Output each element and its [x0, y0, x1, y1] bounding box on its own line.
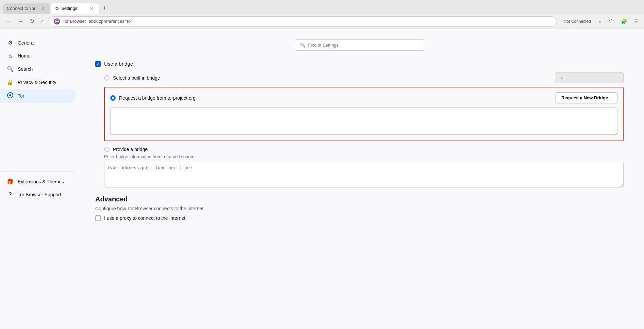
svg-point-1: [56, 20, 57, 22]
address-url: about:preferences#tor: [89, 19, 132, 24]
connection-status: Not Connected: [561, 18, 594, 25]
back-button[interactable]: ←: [3, 16, 14, 27]
provide-bridge-option[interactable]: Provide a bridge: [104, 147, 624, 152]
page: ⚙ General ⌂ Home 🔍 Search 🔒 Privacy & Se…: [0, 29, 644, 329]
sidebar-bottom: 🎁 Extensions & Themes ? Tor Browser Supp…: [0, 171, 75, 201]
tab-bar: Connect to Tor ✕ ⚙ Settings ✕ +: [0, 0, 644, 14]
tab-settings-label: Settings: [61, 6, 77, 11]
home-button[interactable]: ⌂: [38, 16, 47, 27]
use-bridge-checkbox[interactable]: ✓: [95, 61, 101, 67]
sidebar-item-search-label: Search: [18, 66, 33, 72]
reload-button[interactable]: ↻: [27, 16, 37, 27]
use-bridge-row: ✓ Use a bridge: [95, 61, 624, 67]
find-in-settings-input[interactable]: [308, 43, 419, 48]
home-icon: ⌂: [7, 53, 14, 59]
toolbar-right: Not Connected ☆ 🛡 🧩 ☰: [561, 16, 641, 27]
sidebar-item-extensions-themes[interactable]: 🎁 Extensions & Themes: [0, 175, 75, 188]
sidebar: ⚙ General ⌂ Home 🔍 Search 🔒 Privacy & Se…: [0, 29, 75, 329]
provide-bridge-label: Provide a bridge: [113, 147, 148, 152]
request-bridge-textarea[interactable]: [110, 108, 617, 135]
extensions-button[interactable]: 🧩: [618, 16, 630, 27]
tab-connect-to-tor-close[interactable]: ✕: [40, 5, 46, 12]
request-bridge-label: Request a bridge from torproject.org: [119, 95, 196, 101]
svg-point-3: [9, 94, 11, 96]
sidebar-item-privacy-security[interactable]: 🔒 Privacy & Security: [0, 76, 75, 89]
sidebar-item-privacy-label: Privacy & Security: [18, 80, 56, 85]
builtin-bridge-dropdown[interactable]: ∨: [556, 72, 624, 83]
tor-brand-icon: [54, 18, 60, 24]
tab-connect-to-tor[interactable]: Connect to Tor ✕: [3, 3, 50, 14]
sidebar-item-general-label: General: [18, 40, 35, 46]
provide-bridge-description: Enter bridge information from a trusted …: [104, 154, 624, 159]
tor-icon: [7, 92, 14, 100]
advanced-title: Advanced: [95, 195, 624, 203]
sidebar-item-search[interactable]: 🔍 Search: [0, 62, 75, 76]
dropdown-arrow-icon: ∨: [560, 75, 563, 80]
tab-connect-to-tor-label: Connect to Tor: [7, 6, 35, 11]
sidebar-item-tor[interactable]: Tor: [0, 89, 75, 103]
proxy-checkbox-row: I use a proxy to connect to the Internet: [95, 215, 624, 221]
request-bridge-inner: Request a bridge from torproject.org Req…: [110, 92, 617, 103]
shield-button[interactable]: 🛡: [606, 16, 617, 26]
tab-settings[interactable]: ⚙ Settings ✕: [51, 3, 99, 14]
extensions-icon: 🎁: [7, 178, 14, 185]
address-bar[interactable]: Tor Browser about:preferences#tor: [49, 16, 557, 27]
find-in-settings-icon: 🔍: [300, 43, 306, 48]
bookmark-button[interactable]: ☆: [595, 16, 605, 27]
menu-button[interactable]: ☰: [631, 16, 641, 27]
toolbar: ← → ↻ ⌂ Tor Browser about:preferences#to…: [0, 14, 644, 29]
provide-bridge-section: Provide a bridge Enter bridge informatio…: [104, 147, 624, 188]
sidebar-item-tor-support[interactable]: ? Tor Browser Support: [0, 188, 75, 201]
forward-button[interactable]: →: [15, 16, 26, 27]
sidebar-item-extensions-label: Extensions & Themes: [18, 179, 64, 184]
request-new-bridge-button[interactable]: Request a New Bridge...: [556, 92, 617, 103]
new-tab-button[interactable]: +: [99, 3, 110, 14]
use-bridge-label: Use a bridge: [104, 61, 133, 67]
sidebar-item-home[interactable]: ⌂ Home: [0, 49, 75, 62]
sidebar-item-tor-support-label: Tor Browser Support: [18, 192, 61, 197]
select-builtin-option[interactable]: Select a built-in bridge ∨: [104, 72, 624, 83]
lock-icon: 🔒: [7, 79, 14, 85]
sidebar-item-home-label: Home: [18, 53, 30, 59]
sidebar-item-general[interactable]: ⚙ General: [0, 36, 75, 49]
provide-bridge-textarea[interactable]: [104, 162, 624, 187]
browser-chrome: Connect to Tor ✕ ⚙ Settings ✕ + ← → ↻ ⌂ …: [0, 0, 644, 29]
sidebar-item-tor-label: Tor: [18, 93, 24, 99]
advanced-section: Advanced Configure how Tor Browser conne…: [95, 195, 624, 221]
request-bridge-radio[interactable]: [110, 95, 116, 101]
tab-settings-close[interactable]: ✕: [88, 5, 95, 12]
search-bar[interactable]: 🔍: [295, 39, 424, 51]
main-content: 🔍 ✓ Use a bridge Select a built-in bridg…: [75, 29, 644, 329]
select-builtin-radio[interactable]: [104, 75, 110, 81]
search-bar-container: 🔍: [95, 39, 624, 51]
provide-bridge-radio[interactable]: [104, 147, 110, 152]
select-builtin-label: Select a built-in bridge: [113, 75, 160, 81]
address-brand: Tor Browser: [63, 19, 86, 24]
question-icon: ?: [7, 192, 14, 198]
proxy-label: I use a proxy to connect to the Internet: [104, 215, 185, 221]
search-icon: 🔍: [7, 66, 14, 72]
settings-gear-icon: ⚙: [55, 6, 59, 11]
request-bridge-box: Request a bridge from torproject.org Req…: [104, 87, 624, 141]
advanced-description: Configure how Tor Browser connects to th…: [95, 206, 624, 211]
gear-icon: ⚙: [7, 39, 14, 46]
proxy-checkbox[interactable]: [95, 215, 101, 221]
builtin-bridge-section: Select a built-in bridge ∨: [104, 72, 624, 83]
